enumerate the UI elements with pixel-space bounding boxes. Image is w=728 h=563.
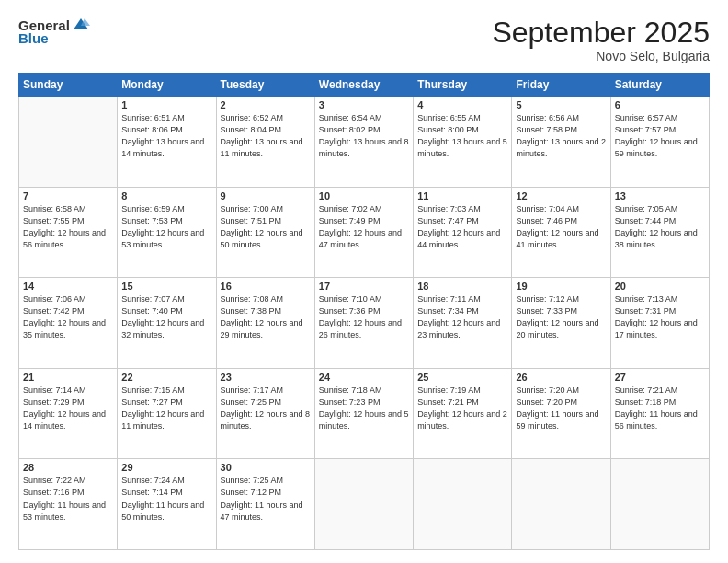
day-number: 16 <box>221 281 311 292</box>
day-number: 7 <box>23 190 113 201</box>
day-cell: 19Sunrise: 7:12 AMSunset: 7:33 PMDayligh… <box>512 278 610 369</box>
week-row-0: 1Sunrise: 6:51 AMSunset: 8:06 PMDaylight… <box>19 97 710 188</box>
week-row-2: 14Sunrise: 7:06 AMSunset: 7:42 PMDayligh… <box>19 278 710 369</box>
day-info: Sunrise: 7:03 AMSunset: 7:47 PMDaylight:… <box>417 203 507 251</box>
day-cell: 23Sunrise: 7:17 AMSunset: 7:25 PMDayligh… <box>216 368 314 459</box>
day-number: 5 <box>516 99 606 110</box>
day-header-thursday: Thursday <box>414 74 512 97</box>
day-number: 28 <box>23 462 113 473</box>
day-cell: 4Sunrise: 6:55 AMSunset: 8:00 PMDaylight… <box>414 97 512 188</box>
day-info: Sunrise: 7:02 AMSunset: 7:49 PMDaylight:… <box>319 203 409 251</box>
day-cell: 15Sunrise: 7:07 AMSunset: 7:40 PMDayligh… <box>118 278 216 369</box>
day-info: Sunrise: 7:20 AMSunset: 7:20 PMDaylight:… <box>516 385 606 432</box>
day-header-monday: Monday <box>118 74 216 97</box>
day-header-saturday: Saturday <box>610 74 709 97</box>
day-info: Sunrise: 7:10 AMSunset: 7:36 PMDaylight:… <box>319 293 409 341</box>
day-cell: 7Sunrise: 6:58 AMSunset: 7:55 PMDaylight… <box>19 187 118 278</box>
day-cell: 1Sunrise: 6:51 AMSunset: 8:06 PMDaylight… <box>118 97 216 188</box>
day-number: 22 <box>121 372 211 383</box>
day-cell <box>512 459 610 550</box>
day-number: 14 <box>23 281 113 292</box>
day-header-wednesday: Wednesday <box>314 74 413 97</box>
day-info: Sunrise: 7:13 AMSunset: 7:31 PMDaylight:… <box>615 293 705 341</box>
day-info: Sunrise: 7:14 AMSunset: 7:29 PMDaylight:… <box>23 385 113 432</box>
calendar-header-row: SundayMondayTuesdayWednesdayThursdayFrid… <box>19 74 710 97</box>
day-cell: 10Sunrise: 7:02 AMSunset: 7:49 PMDayligh… <box>314 187 413 278</box>
day-number: 23 <box>221 372 311 383</box>
location: Novo Selo, Bulgaria <box>492 49 710 63</box>
day-cell: 21Sunrise: 7:14 AMSunset: 7:29 PMDayligh… <box>19 368 118 459</box>
page: General Blue September 2025 Novo Selo, B… <box>0 0 728 563</box>
day-cell: 12Sunrise: 7:04 AMSunset: 7:46 PMDayligh… <box>512 187 610 278</box>
day-info: Sunrise: 7:24 AMSunset: 7:14 PMDaylight:… <box>121 475 211 523</box>
day-cell: 17Sunrise: 7:10 AMSunset: 7:36 PMDayligh… <box>314 278 413 369</box>
day-number: 20 <box>615 281 705 292</box>
day-number: 26 <box>516 372 606 383</box>
day-number: 18 <box>417 281 507 292</box>
day-header-friday: Friday <box>512 74 610 97</box>
day-info: Sunrise: 6:59 AMSunset: 7:53 PMDaylight:… <box>121 203 211 251</box>
calendar-table: SundayMondayTuesdayWednesdayThursdayFrid… <box>18 73 710 550</box>
day-cell: 29Sunrise: 7:24 AMSunset: 7:14 PMDayligh… <box>118 459 216 550</box>
day-cell: 26Sunrise: 7:20 AMSunset: 7:20 PMDayligh… <box>512 368 610 459</box>
day-cell <box>19 97 118 188</box>
logo-icon <box>72 17 90 33</box>
day-number: 17 <box>319 281 409 292</box>
day-info: Sunrise: 7:04 AMSunset: 7:46 PMDaylight:… <box>516 203 606 251</box>
day-info: Sunrise: 7:19 AMSunset: 7:21 PMDaylight:… <box>417 385 507 432</box>
day-cell: 24Sunrise: 7:18 AMSunset: 7:23 PMDayligh… <box>314 368 413 459</box>
day-info: Sunrise: 7:08 AMSunset: 7:38 PMDaylight:… <box>221 293 311 341</box>
day-cell: 2Sunrise: 6:52 AMSunset: 8:04 PMDaylight… <box>216 97 314 188</box>
day-info: Sunrise: 7:05 AMSunset: 7:44 PMDaylight:… <box>615 203 705 251</box>
day-cell: 16Sunrise: 7:08 AMSunset: 7:38 PMDayligh… <box>216 278 314 369</box>
week-row-1: 7Sunrise: 6:58 AMSunset: 7:55 PMDaylight… <box>19 187 710 278</box>
logo: General Blue <box>18 17 90 46</box>
day-cell: 22Sunrise: 7:15 AMSunset: 7:27 PMDayligh… <box>118 368 216 459</box>
day-info: Sunrise: 7:17 AMSunset: 7:25 PMDaylight:… <box>221 385 311 432</box>
day-header-tuesday: Tuesday <box>216 74 314 97</box>
day-cell: 27Sunrise: 7:21 AMSunset: 7:18 PMDayligh… <box>610 368 709 459</box>
day-number: 9 <box>221 190 311 201</box>
day-cell <box>314 459 413 550</box>
day-cell: 30Sunrise: 7:25 AMSunset: 7:12 PMDayligh… <box>216 459 314 550</box>
day-cell <box>610 459 709 550</box>
day-cell: 14Sunrise: 7:06 AMSunset: 7:42 PMDayligh… <box>19 278 118 369</box>
day-number: 25 <box>417 372 507 383</box>
day-info: Sunrise: 7:25 AMSunset: 7:12 PMDaylight:… <box>221 475 311 523</box>
day-info: Sunrise: 6:51 AMSunset: 8:06 PMDaylight:… <box>121 112 211 160</box>
day-header-sunday: Sunday <box>19 74 118 97</box>
day-cell: 6Sunrise: 6:57 AMSunset: 7:57 PMDaylight… <box>610 97 709 188</box>
day-number: 11 <box>417 190 507 201</box>
day-number: 29 <box>121 462 211 473</box>
day-info: Sunrise: 6:55 AMSunset: 8:00 PMDaylight:… <box>417 112 507 160</box>
day-info: Sunrise: 7:11 AMSunset: 7:34 PMDaylight:… <box>417 293 507 341</box>
logo-blue: Blue <box>18 30 49 46</box>
day-number: 6 <box>615 99 705 110</box>
day-number: 24 <box>319 372 409 383</box>
day-info: Sunrise: 6:54 AMSunset: 8:02 PMDaylight:… <box>319 112 409 160</box>
day-cell: 5Sunrise: 6:56 AMSunset: 7:58 PMDaylight… <box>512 97 610 188</box>
day-cell: 28Sunrise: 7:22 AMSunset: 7:16 PMDayligh… <box>19 459 118 550</box>
day-number: 30 <box>221 462 311 473</box>
month-title: September 2025 <box>492 17 710 49</box>
day-info: Sunrise: 6:52 AMSunset: 8:04 PMDaylight:… <box>221 112 311 160</box>
day-info: Sunrise: 7:22 AMSunset: 7:16 PMDaylight:… <box>23 475 113 523</box>
day-cell <box>414 459 512 550</box>
title-block: September 2025 Novo Selo, Bulgaria <box>492 17 710 63</box>
day-number: 2 <box>221 99 311 110</box>
day-cell: 3Sunrise: 6:54 AMSunset: 8:02 PMDaylight… <box>314 97 413 188</box>
day-cell: 8Sunrise: 6:59 AMSunset: 7:53 PMDaylight… <box>118 187 216 278</box>
day-number: 12 <box>516 190 606 201</box>
day-info: Sunrise: 7:00 AMSunset: 7:51 PMDaylight:… <box>221 203 311 251</box>
week-row-3: 21Sunrise: 7:14 AMSunset: 7:29 PMDayligh… <box>19 368 710 459</box>
day-number: 15 <box>121 281 211 292</box>
day-cell: 9Sunrise: 7:00 AMSunset: 7:51 PMDaylight… <box>216 187 314 278</box>
day-number: 4 <box>417 99 507 110</box>
day-info: Sunrise: 7:18 AMSunset: 7:23 PMDaylight:… <box>319 385 409 432</box>
day-number: 1 <box>121 99 211 110</box>
day-info: Sunrise: 6:58 AMSunset: 7:55 PMDaylight:… <box>23 203 113 251</box>
day-number: 3 <box>319 99 409 110</box>
day-info: Sunrise: 7:15 AMSunset: 7:27 PMDaylight:… <box>121 385 211 432</box>
day-cell: 20Sunrise: 7:13 AMSunset: 7:31 PMDayligh… <box>610 278 709 369</box>
day-number: 27 <box>615 372 705 383</box>
